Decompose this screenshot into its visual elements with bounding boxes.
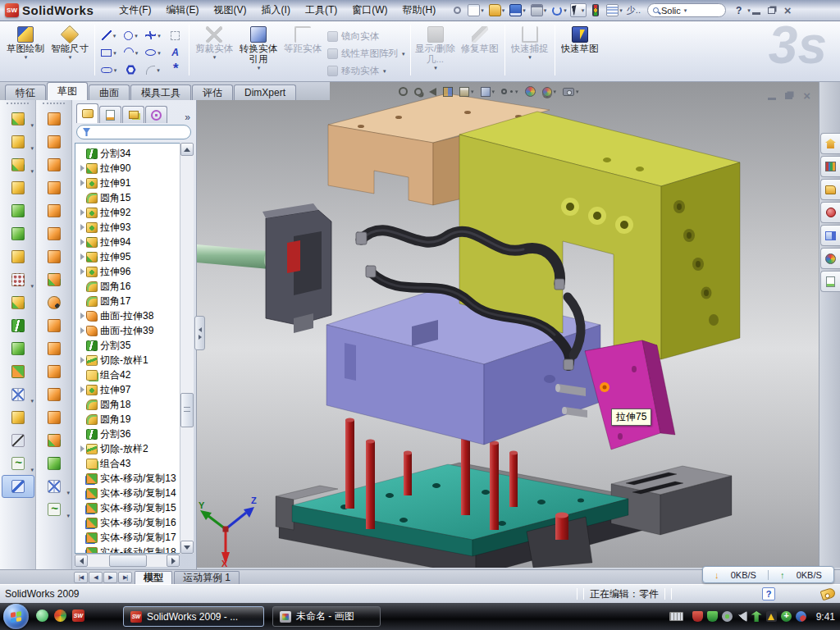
feature-tree-item[interactable]: 实体-移动/复制15: [78, 500, 193, 515]
menu-item-3[interactable]: 插入(I): [254, 1, 298, 20]
zoom-to-fit-button[interactable]: [399, 87, 408, 96]
dropdown-arrow-icon[interactable]: ▾: [502, 7, 505, 13]
polygon-button[interactable]: [120, 62, 142, 78]
doc-minimize-icon[interactable]: [768, 98, 776, 100]
dropdown-arrow-icon[interactable]: ▾: [383, 68, 386, 74]
offset-entities-button[interactable]: 等距实体: [281, 25, 325, 79]
expander-icon[interactable]: [78, 180, 86, 186]
search-box[interactable]: Solic ▾: [647, 3, 726, 17]
cylinder-assembly[interactable]: [197, 203, 331, 333]
feature-tree-item[interactable]: 拉伸93: [78, 220, 193, 235]
expander-icon[interactable]: [78, 253, 86, 260]
split-button[interactable]: [0, 314, 36, 337]
feature-tree-item[interactable]: 圆角15: [78, 190, 193, 205]
scroll-down-button[interactable]: [180, 541, 194, 554]
feature-tree-item[interactable]: 实体-移动/复制16: [78, 515, 193, 530]
help-button[interactable]: ?: [736, 5, 742, 16]
keyboard-layout-icon[interactable]: [669, 612, 683, 621]
rapid-sketch-button[interactable]: 快速草图: [558, 25, 602, 79]
dropdown-arrow-icon[interactable]: ▾: [66, 513, 70, 518]
plane-button[interactable]: [0, 406, 36, 429]
expander-icon[interactable]: [78, 386, 86, 393]
planar-surface-button[interactable]: [36, 245, 72, 268]
feature-tree-item[interactable]: 拉伸91: [78, 176, 193, 190]
sketch-fillet-button[interactable]: ▾: [142, 62, 164, 78]
solidworks-resources-tab[interactable]: [820, 133, 840, 154]
dropdown-arrow-icon[interactable]: ▾: [30, 467, 34, 472]
custom-properties-tab[interactable]: [820, 271, 840, 292]
doc-close-icon[interactable]: ×: [803, 89, 810, 102]
select-button[interactable]: ▾: [570, 3, 587, 17]
feature-tree-item[interactable]: 分割35: [78, 338, 193, 353]
solidworks-search-tab[interactable]: [820, 202, 840, 223]
box-select-button[interactable]: [164, 27, 186, 43]
dropdown-arrow-icon[interactable]: ▾: [564, 7, 567, 13]
trim-surface-button[interactable]: [36, 383, 72, 406]
solidworks-shortcut-icon[interactable]: SW: [72, 609, 84, 622]
revolved-surface-button[interactable]: [36, 130, 72, 153]
toolbar-grip[interactable]: [7, 103, 29, 106]
delete-face-button[interactable]: [36, 291, 72, 314]
undo-button[interactable]: ▾: [550, 4, 568, 17]
spline-button[interactable]: ▾: [142, 27, 164, 43]
line-button[interactable]: ▾: [98, 27, 120, 43]
offset-surface-button[interactable]: [36, 268, 72, 291]
extruded-boss-button[interactable]: ▾: [0, 107, 36, 130]
dropdown-arrow-icon[interactable]: ▾: [30, 398, 34, 404]
axis-button[interactable]: [0, 429, 36, 452]
menu-item-4[interactable]: 工具(T): [298, 1, 345, 20]
move-entities-button[interactable]: 移动实体▾: [325, 64, 408, 78]
tab-model[interactable]: 模型: [135, 571, 172, 584]
feature-tree-item[interactable]: 分割34: [78, 146, 193, 161]
linear-sketch-pattern-button[interactable]: 线性草图阵列▾: [325, 47, 408, 61]
dropdown-arrow-icon[interactable]: ▾: [25, 54, 28, 60]
scroll-up-button[interactable]: [180, 143, 194, 156]
tree-filter-input[interactable]: [76, 125, 191, 139]
volume-icon[interactable]: [737, 611, 747, 622]
feature-tree-item[interactable]: 分割36: [78, 427, 193, 441]
minimize-icon[interactable]: [752, 12, 760, 15]
rebuild-button[interactable]: [588, 3, 603, 17]
section-view-button[interactable]: [443, 87, 453, 97]
edit-appearance-button[interactable]: [525, 86, 536, 97]
antivirus-shield-icon[interactable]: [707, 611, 718, 622]
dropdown-arrow-icon[interactable]: ▾: [492, 89, 495, 94]
dropdown-arrow-icon[interactable]: ▾: [66, 490, 70, 495]
open-button[interactable]: ▾: [487, 3, 507, 17]
corner-rectangle-button[interactable]: ▾: [98, 44, 120, 61]
system-utility-icon[interactable]: [722, 611, 733, 622]
dropdown-arrow-icon[interactable]: ▾: [523, 7, 526, 13]
dropdown-arrow-icon[interactable]: ▾: [113, 33, 116, 39]
fillet-button[interactable]: ▾: [0, 153, 36, 176]
tag-icon[interactable]: [820, 587, 837, 601]
tab-特征[interactable]: 特征: [5, 84, 46, 100]
hole-wizard-button[interactable]: [0, 245, 36, 268]
taskbar-window-0[interactable]: SWSolidWorks 2009 - ...: [123, 606, 264, 627]
feature-tree-item[interactable]: 拉伸90: [78, 161, 193, 176]
dropdown-arrow-icon[interactable]: ▾: [158, 50, 161, 56]
expander-icon[interactable]: [78, 165, 86, 171]
pin-button[interactable]: [450, 4, 464, 16]
expander-icon[interactable]: [78, 239, 86, 245]
untrim-surface-button[interactable]: [36, 337, 72, 360]
search-dropdown-icon[interactable]: ▾: [684, 7, 687, 13]
circle-button[interactable]: ▾: [120, 27, 142, 43]
dropdown-arrow-icon[interactable]: ▾: [515, 89, 518, 94]
feature-tree-item[interactable]: 圆角16: [78, 279, 193, 294]
dropdown-arrow-icon[interactable]: ▾: [157, 67, 160, 73]
taskbar-clock[interactable]: 9:41: [816, 611, 835, 623]
feature-tree-item[interactable]: 拉伸92: [78, 205, 193, 220]
panel-overflow-chevron[interactable]: »: [185, 112, 190, 123]
dropdown-arrow-icon[interactable]: ▾: [30, 122, 34, 128]
sketch-button[interactable]: 草图绘制▾: [3, 25, 48, 79]
curve-button[interactable]: ▾: [0, 452, 36, 475]
tab-评估[interactable]: 评估: [192, 84, 233, 100]
sync-status-icon[interactable]: [796, 611, 806, 622]
tab-nav-3[interactable]: ▶|: [118, 572, 132, 583]
point-button[interactable]: [164, 62, 186, 78]
expander-icon[interactable]: [78, 224, 86, 231]
dropdown-arrow-icon[interactable]: ▾: [135, 33, 138, 39]
menu-item-1[interactable]: 编辑(E): [159, 1, 207, 20]
feature-tree-item[interactable]: 实体-移动/复制14: [78, 486, 193, 500]
options-button[interactable]: ▾: [605, 3, 624, 17]
